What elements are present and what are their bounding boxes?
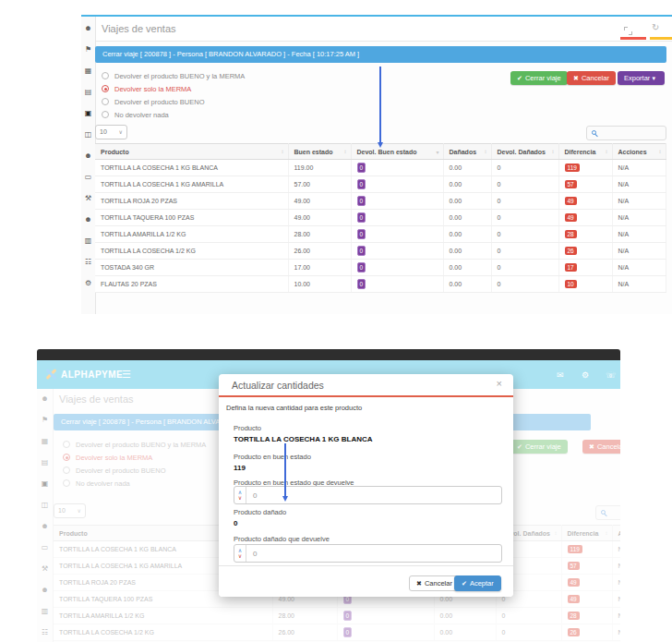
devol-buen-estado-badge[interactable]: 0 (357, 212, 366, 223)
chart-icon[interactable]: ▤ (85, 88, 92, 96)
modal-title: Actualizar cantidades (232, 380, 324, 391)
devol-buen-estado-badge[interactable]: 0 (357, 163, 366, 173)
chevron-down-icon: ▾ (652, 75, 655, 81)
table-cell: 119.00 (288, 160, 351, 176)
user-icon[interactable]: ☻ (84, 24, 91, 32)
table-cell: 0 (491, 226, 558, 243)
damaged-value: 0 (234, 519, 237, 527)
table-cell: 28.00 (288, 226, 351, 243)
table-cell: 0 (491, 260, 558, 276)
devol-buen-estado-badge[interactable]: 0 (357, 229, 366, 239)
table-cell: 0.00 (443, 226, 491, 243)
column-header[interactable]: Devol. Dañados↕ (491, 144, 558, 160)
radio-icon (102, 72, 109, 79)
person-icon[interactable]: ☻ (84, 215, 91, 224)
table-cell: 17.00 (288, 260, 351, 276)
modal-screenshot: ALPHAPYME ☰ ✉ ⚙ ☏ ☻⚑▦▤▣◫☻▭⚒☻▥☷ Viajes de… (37, 349, 620, 642)
stepper-down-icon[interactable]: ∨ (238, 553, 242, 559)
column-header[interactable]: Diferencia↕ (558, 144, 612, 160)
column-header[interactable]: Acciones↕ (612, 144, 666, 160)
table-row: TORTILLA ROJA 20 PZAS49.0000.00049N/A (95, 193, 666, 210)
good-return-input[interactable]: ∧∨ 0 (234, 486, 502, 504)
devol-buen-estado-badge[interactable]: 0 (357, 262, 366, 273)
table-cell: TORTILLA LA COSECHA 1 KG BLANCA (95, 160, 288, 176)
modal-footer: ✖Cancelar ✔Aceptar (219, 565, 513, 597)
return-option-radio[interactable]: No devolver nada (102, 110, 245, 119)
settings-icon[interactable]: ⚙ (85, 279, 91, 287)
damaged-label: Producto dañado (234, 508, 286, 516)
table-cell: 0 (351, 226, 443, 243)
modal-cancel-button[interactable]: ✖Cancelar (409, 575, 460, 591)
red-underline (620, 37, 646, 40)
filter-caret-icon: ▾ (436, 149, 438, 155)
column-header[interactable]: Buen estado↕ (288, 144, 351, 160)
table-cell: N/A (612, 276, 666, 293)
table-cell: 119 (558, 160, 612, 176)
column-header[interactable]: Dañados↕ (443, 144, 491, 160)
return-options-group: Devolver el producto BUENO y la MERMADev… (102, 71, 245, 123)
table-cell: 0 (351, 276, 443, 293)
devol-buen-estado-badge[interactable]: 0 (357, 279, 366, 289)
card-icon[interactable]: ▭ (85, 173, 92, 181)
table-row: TORTILLA LA COSECHA 1 KG AMARILLA57.0000… (95, 176, 666, 193)
good-state-value: 119 (234, 464, 246, 472)
code-icon[interactable]: ☷ (85, 258, 91, 266)
export-button[interactable]: Exportar ▾ (618, 71, 665, 85)
cancel-button[interactable]: ✖Cancelar (567, 71, 616, 85)
table-cell: 0 (351, 243, 443, 260)
report-icon[interactable]: ▥ (85, 236, 92, 245)
table-cell: 0.00 (443, 176, 491, 193)
devol-buen-estado-badge[interactable]: 0 (357, 179, 366, 189)
product-label: Producto (234, 424, 261, 432)
expand-icon[interactable] (624, 27, 632, 35)
refresh-icon[interactable]: ↻ (652, 22, 659, 32)
page-size-select[interactable]: 10∨ (95, 125, 127, 139)
box-icon[interactable]: ◫ (85, 130, 92, 139)
table-cell: N/A (612, 226, 666, 243)
close-trip-button[interactable]: ✔Cerrar viaje (510, 71, 568, 85)
devol-buen-estado-badge[interactable]: 0 (357, 196, 366, 206)
bookmark-icon[interactable]: ⚑ (85, 45, 91, 54)
sort-icon: ↕ (344, 149, 347, 154)
search-input[interactable] (586, 126, 666, 140)
client-icon[interactable]: ☻ (84, 151, 91, 160)
damaged-return-input[interactable]: ∧∨ 0 (234, 544, 502, 563)
return-option-radio[interactable]: Devolver el producto BUENO (102, 97, 245, 106)
table-row: TORTILLA TAQUERA 100 PZAS49.0000.00049N/… (95, 210, 666, 226)
column-header[interactable]: Devol. Buen estado▾ (351, 144, 443, 160)
check-icon: ✔ (462, 580, 467, 587)
tools-icon[interactable]: ⚒ (85, 194, 91, 202)
products-table: Producto↕Buen estado↕Devol. Buen estado▾… (95, 143, 666, 293)
table-cell: 0 (491, 210, 558, 226)
table-cell: 0 (351, 193, 443, 210)
truck-icon[interactable]: ▣ (85, 109, 92, 117)
radio-icon (102, 85, 109, 92)
diferencia-badge: 10 (565, 280, 577, 288)
table-cell: 0.00 (443, 210, 491, 226)
table-row: TORTILLA AMARILLA 1/2 KG28.0000.00028N/A (95, 226, 666, 243)
search-icon (592, 130, 596, 135)
return-option-radio[interactable]: Devolver solo la MERMA (102, 84, 245, 93)
sort-icon: ↕ (659, 149, 662, 154)
column-header[interactable]: Producto↕ (95, 144, 288, 160)
table-cell: N/A (612, 193, 666, 210)
table-cell: 26 (558, 243, 612, 260)
diferencia-badge: 28 (565, 230, 577, 238)
page-title: Viajes de ventas (102, 23, 176, 34)
table-cell: TORTILLA LA COSECHA 1/2 KG (95, 243, 288, 260)
table-row: FLAUTAS 20 PZAS10.0000.00010N/A (95, 276, 666, 293)
annotation-arrow-top (379, 67, 381, 142)
close-icon[interactable]: × (497, 378, 502, 389)
modal-intro-text: Defina la nueva cantidad para este produ… (226, 404, 362, 412)
return-option-label: No devolver nada (114, 111, 169, 119)
yellow-underline (650, 37, 672, 40)
calculator-icon[interactable]: ▦ (85, 67, 92, 75)
sort-icon: ↕ (552, 149, 555, 154)
table-cell: 0.00 (443, 243, 491, 260)
table-cell: 0 (351, 210, 443, 226)
return-option-radio[interactable]: Devolver el producto BUENO y la MERMA (102, 71, 245, 80)
devol-buen-estado-badge[interactable]: 0 (357, 246, 366, 256)
stepper-down-icon[interactable]: ∨ (238, 495, 242, 501)
table-cell: TOSTADA 340 GR (95, 260, 288, 276)
modal-accept-button[interactable]: ✔Aceptar (454, 575, 501, 591)
